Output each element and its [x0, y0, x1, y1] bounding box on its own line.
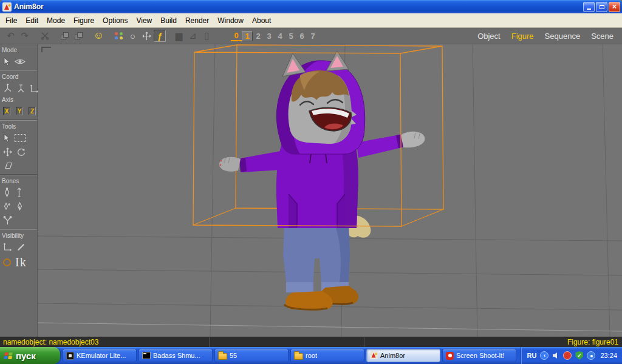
jeans [283, 226, 350, 292]
axis-y-button[interactable]: Y [16, 107, 23, 115]
view-slot-5[interactable]: 5 [285, 32, 296, 41]
antivirus-icon[interactable] [563, 351, 572, 360]
viewport-canvas[interactable] [38, 44, 622, 337]
menu-about[interactable]: About [248, 15, 275, 27]
folder-icon [294, 353, 303, 360]
view-slot-7[interactable]: 7 [307, 32, 318, 41]
bone-length-icon[interactable] [16, 201, 24, 211]
tab-object[interactable]: Object [477, 32, 501, 41]
drag-select-icon[interactable] [15, 134, 26, 142]
window-title: Anim8or [14, 2, 44, 11]
start-label: пуск [16, 351, 36, 361]
view-slot-6[interactable]: 6 [296, 32, 307, 41]
taskbar-item-folder-root[interactable]: root [290, 349, 364, 362]
redo-icon[interactable]: ↷ [18, 29, 32, 42]
minimize-button[interactable] [583, 2, 595, 12]
maximize-button[interactable] [596, 2, 607, 12]
line-graph-icon[interactable]: ⊿ [186, 29, 200, 42]
section-label-coord: Coord [0, 72, 37, 81]
world-coord-icon[interactable] [3, 84, 12, 93]
menu-build[interactable]: Build [156, 15, 181, 27]
axis-visibility-icon[interactable] [3, 243, 12, 251]
taskbar-item-anim8or[interactable]: Anim8or [366, 349, 440, 362]
tab-figure[interactable]: Figure [511, 32, 534, 41]
network-icon[interactable] [587, 351, 595, 360]
section-label-visibility: Visibility [0, 231, 37, 240]
windows-logo-icon [4, 352, 13, 359]
taskbar-item-kemulator[interactable]: KEmulator Lite... [63, 349, 137, 362]
titlebar: Anim8or × [0, 0, 622, 13]
taskbar-clock[interactable]: 23:24 [600, 352, 617, 359]
select-tool-icon[interactable] [3, 133, 10, 143]
view-slot-3[interactable]: 3 [264, 32, 275, 41]
view-slot-0[interactable]: 0 [231, 31, 242, 41]
add-bone-icon[interactable] [3, 187, 11, 197]
taskbar-item-screen-shoot-it[interactable]: Screen Shoot-It! [442, 349, 516, 362]
windows-taskbar: пуск KEmulator Lite... Badass Shmu... 55… [0, 347, 622, 364]
anim8or-app-icon [2, 2, 12, 12]
object-coord-icon[interactable] [16, 84, 26, 93]
undo-icon[interactable]: ↶ [4, 29, 18, 42]
volume-icon[interactable] [552, 352, 559, 359]
skeleton-icon[interactable] [3, 216, 12, 225]
menubar: File Edit Mode Figure Options View Build… [0, 13, 622, 28]
bar-graph-icon[interactable]: ▆ [172, 29, 186, 42]
ghost-bones-icon[interactable] [3, 258, 11, 266]
separator [0, 70, 37, 71]
menu-figure[interactable]: Figure [69, 15, 98, 27]
menu-edit[interactable]: Edit [21, 15, 43, 27]
language-indicator[interactable]: RU [527, 352, 537, 359]
security-shield-icon[interactable]: ✓ [575, 351, 583, 360]
character-model [219, 51, 425, 309]
view-slot-1[interactable]: 1 [242, 31, 253, 41]
axis-x-button[interactable]: X [3, 107, 10, 115]
move-tool-icon[interactable] [3, 147, 12, 157]
view-slot-4[interactable]: 4 [275, 32, 285, 41]
hide-icons-button[interactable]: ‹ [540, 351, 549, 360]
kemulator-icon [66, 352, 74, 360]
bone-arrow-icon[interactable] [15, 187, 23, 197]
viewport-corner-marker [41, 47, 51, 52]
status-mode-text: Figure: figure01 [567, 338, 618, 346]
menu-view[interactable]: View [132, 15, 156, 27]
menu-mode[interactable]: Mode [43, 15, 69, 27]
section-label-tools: Tools [0, 122, 37, 131]
menu-file[interactable]: File [1, 15, 21, 27]
status-middle-panel [210, 337, 364, 347]
tab-sequence[interactable]: Sequence [545, 32, 581, 41]
color-dots-icon[interactable] [112, 29, 126, 42]
separator [0, 229, 37, 230]
pencil-icon[interactable] [16, 243, 26, 252]
statusbar: namedobject: namedobject03 Figure: figur… [0, 337, 622, 347]
menu-render[interactable]: Render [181, 15, 213, 27]
right-arm [357, 132, 425, 158]
close-button[interactable]: × [609, 2, 620, 12]
smiley-view-icon[interactable]: ☺ [92, 29, 106, 42]
section-label-axis: Axis [0, 95, 37, 104]
start-button[interactable]: пуск [0, 347, 60, 364]
cut-icon[interactable] [38, 29, 52, 42]
rotate-tool-icon[interactable] [16, 147, 26, 157]
eye-icon[interactable] [15, 58, 26, 65]
section-label-mode: Mode [0, 46, 37, 55]
taskbar-item-badass-shmu[interactable]: Badass Shmu... [138, 349, 213, 362]
axis-widget-icon[interactable] [140, 29, 154, 42]
taskbar-item-folder-55[interactable]: 55 [214, 349, 289, 362]
separator [0, 120, 37, 121]
menu-window[interactable]: Window [213, 15, 248, 27]
axis-z-button[interactable]: Z [29, 107, 36, 115]
edit-bone-icon[interactable] [3, 201, 12, 211]
wireframe-circle-icon[interactable]: ○ [126, 29, 140, 42]
ik-mode-label[interactable]: Ik [15, 255, 27, 269]
menu-options[interactable]: Options [98, 15, 132, 27]
view-slot-2[interactable]: 2 [253, 32, 264, 41]
select-arrow-icon[interactable] [3, 57, 10, 66]
tool-sidebar: Mode Coord [0, 44, 38, 337]
tab-scene[interactable]: Scene [591, 32, 613, 41]
figure-edit-tool-icon[interactable]: ƒ [154, 30, 166, 42]
viewport-3d[interactable] [38, 44, 622, 337]
shear-tool-icon[interactable] [3, 162, 13, 169]
paste-icon[interactable] [72, 29, 86, 42]
slider-icon[interactable]: ▯ [200, 29, 214, 42]
copy-icon[interactable] [58, 29, 72, 42]
